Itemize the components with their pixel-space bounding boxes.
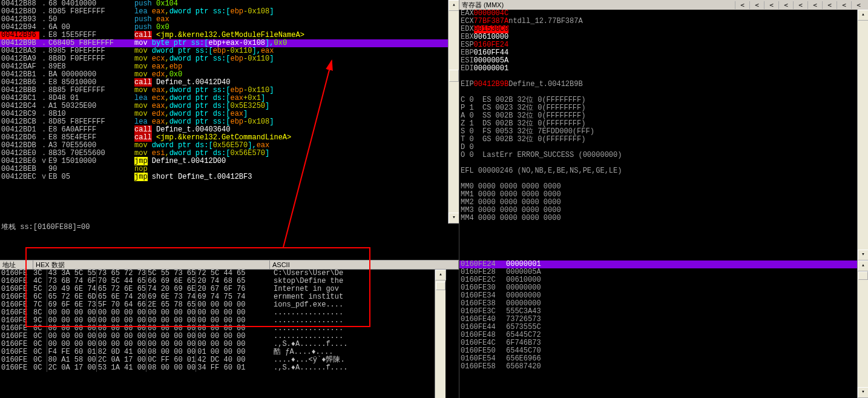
nav-left-icon[interactable]: < xyxy=(764,1,778,9)
mnemonic: jmp xyxy=(134,157,148,165)
register-row[interactable]: T 0 GS 002B 32位 0(FFFFFFFF) xyxy=(459,136,868,144)
disasm-row[interactable]: 00412BA9.8B8D F0FEFFFFmov ecx,dword ptr … xyxy=(0,55,459,63)
register-row[interactable]: EFL 00000246 (NO,NB,E,BE,NS,PE,GE,LE) xyxy=(459,167,868,175)
register-row[interactable]: EDX 001530C0 xyxy=(459,25,868,33)
disasm-instr: push eax xyxy=(134,16,459,24)
mnemonic: mov xyxy=(134,141,148,150)
mnemonic: call xyxy=(134,31,152,39)
mnemonic: call xyxy=(134,78,152,87)
register-row[interactable]: EBP 0160FF44 xyxy=(459,49,868,57)
disasm-status: 堆栈 ss:[0160FE88]=00 xyxy=(0,224,459,232)
hex-row[interactable]: 0160FE0C 2C 0A 17 00 53 1A 41 00 08 00 0… xyxy=(0,364,459,372)
mnemonic: lea xyxy=(134,7,148,16)
hexdump-header: 地址 HEX 数据 ASCII xyxy=(0,260,459,270)
register-row[interactable]: MM4 0000 0000 0000 0000 xyxy=(459,214,868,222)
hex-col-addr: 地址 xyxy=(0,260,33,269)
reg-scrollbar[interactable]: ▴ ▾ xyxy=(857,10,868,260)
hex-addr: 0160FE xyxy=(0,364,33,372)
register-row[interactable]: EIP 00412B9B Define_t.00412B9B xyxy=(459,81,868,88)
scroll-down-icon[interactable]: ▾ xyxy=(858,387,868,398)
registers-header: 寄存器 (MMX) < < < < < < < < < xyxy=(459,0,868,10)
scroll-thumb[interactable] xyxy=(449,70,459,82)
mnemonic: nop xyxy=(134,165,148,173)
scroll-up-icon[interactable]: ▴ xyxy=(858,260,868,271)
mnemonic: lea xyxy=(134,94,148,102)
scroll-up-icon[interactable]: ▴ xyxy=(449,0,459,11)
scroll-up-icon[interactable]: ▴ xyxy=(858,10,868,21)
disasm-prefix: v xyxy=(39,158,48,165)
register-row[interactable]: ECX 77BF387A ntdll_12.77BF387A xyxy=(459,18,868,25)
mnemonic: lea xyxy=(134,118,148,126)
scroll-up-icon[interactable]: ▴ xyxy=(435,270,446,280)
hex-scrollbar[interactable]: ▴ ▾ xyxy=(435,270,446,398)
stack-row[interactable]: 0160FE58 65687420 xyxy=(459,363,868,371)
nav-left-icon[interactable]: < xyxy=(778,1,793,9)
nav-left-icon[interactable]: < xyxy=(851,1,866,9)
mnemonic: mov xyxy=(134,70,148,79)
nav-left-icon[interactable]: < xyxy=(807,1,822,9)
mnemonic: push xyxy=(134,15,152,24)
disasm-instr: mov ecx,dword ptr ss:[ebp-0x110] xyxy=(134,55,459,63)
stack-value: 65687420 xyxy=(506,363,551,371)
nav-left-icon[interactable]: < xyxy=(749,1,764,9)
hex-bytes: 0C 2C 0A 17 00 53 1A 41 00 08 00 00 00 3… xyxy=(33,364,270,372)
mnemonic: mov xyxy=(134,86,148,95)
disasm-row[interactable]: 00412B8D.8D85 F8FEFFFFlea eax,dword ptr … xyxy=(0,8,459,16)
registers-nav[interactable]: < < < < < < < < < xyxy=(735,1,866,9)
mnemonic: mov xyxy=(134,110,148,118)
scroll-thumb[interactable] xyxy=(436,282,446,290)
disasm-bytes: E9 15010000 xyxy=(48,158,134,165)
mnemonic: mov xyxy=(134,55,148,63)
disasm-instr: jmp short Define_t.00412BF3 xyxy=(134,173,459,181)
disasm-scrollbar[interactable]: ▴ ▾ xyxy=(448,0,459,224)
registers-view[interactable]: EAX 0000004CECX 77BF387A ntdll_12.77BF38… xyxy=(459,10,868,260)
register-row[interactable]: EDI 00000001 xyxy=(459,65,868,73)
register-row[interactable]: ESP 0160FE24 xyxy=(459,41,868,49)
scroll-down-icon[interactable]: ▾ xyxy=(449,213,459,224)
hex-col-ascii: ASCII xyxy=(270,260,459,269)
nav-left-icon[interactable]: < xyxy=(837,1,851,9)
mnemonic: mov xyxy=(134,149,148,158)
nav-left-icon[interactable]: < xyxy=(822,1,837,9)
mnemonic: mov xyxy=(134,47,148,55)
disasm-prefix: v xyxy=(39,173,48,181)
nav-left-icon[interactable]: < xyxy=(793,1,807,9)
mnemonic: call xyxy=(134,125,152,134)
hex-ascii: .,S.♦A......f.... xyxy=(270,364,347,372)
mnemonic: call xyxy=(134,133,152,142)
register-row[interactable]: O 0 LastErr ERROR_SUCCESS (00000000) xyxy=(459,151,868,159)
scroll-thumb[interactable] xyxy=(858,271,868,280)
mnemonic: jmp xyxy=(134,173,148,181)
disasm-row[interactable]: 00412BE6vE9 15010000jmp Define_t.00412D0… xyxy=(0,158,459,165)
mnemonic: mov xyxy=(134,62,148,71)
scroll-down-icon[interactable]: ▾ xyxy=(858,250,868,260)
disasm-bytes: 8D85 F8FEFFFF xyxy=(48,8,134,16)
mnemonic: push xyxy=(134,23,152,32)
disasm-instr: jmp Define_t.00412D00 xyxy=(134,158,459,165)
register-row[interactable]: EBX 00610000 xyxy=(459,33,868,41)
mnemonic: mov xyxy=(134,39,148,47)
nav-left-icon[interactable]: < xyxy=(735,1,749,9)
mnemonic: mov xyxy=(134,102,148,110)
hexdump-view[interactable]: 0160FE3C 43 3A 5C 55 73 65 72 73 5C 55 7… xyxy=(0,270,459,398)
disasm-instr: mov eax,ebp xyxy=(134,63,459,71)
registers-title: 寄存器 (MMX) xyxy=(462,1,504,9)
disasm-instr: lea eax,dword ptr ss:[ebp-0x108] xyxy=(134,8,459,16)
disasm-row[interactable]: 00412BECvEB 05jmp short Define_t.00412BF… xyxy=(0,173,459,181)
stack-addr: 0160FE58 xyxy=(461,363,506,371)
register-row[interactable]: ESI 0000005A xyxy=(459,57,868,65)
disasm-addr: 00412BEC xyxy=(0,173,39,181)
hex-col-data: HEX 数据 xyxy=(33,260,270,269)
disassembly-view[interactable]: 00412B88.68 04010000push 0x10400412B8D.8… xyxy=(0,0,459,224)
stack-scrollbar[interactable]: ▴ ▾ xyxy=(857,260,868,398)
stack-view[interactable]: 0160FE24 000000010160FE28 0000005A0160FE… xyxy=(459,260,868,398)
disasm-bytes: EB 05 xyxy=(48,173,134,181)
